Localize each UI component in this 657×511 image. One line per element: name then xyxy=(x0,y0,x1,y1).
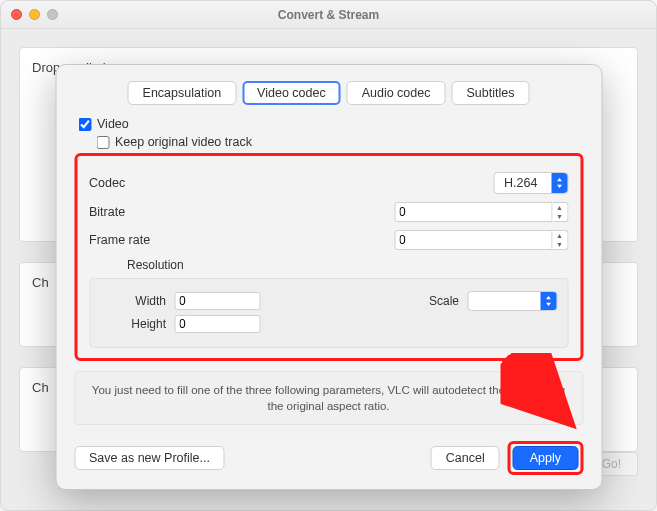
cancel-button[interactable]: Cancel xyxy=(431,446,500,470)
tab-video-codec[interactable]: Video codec xyxy=(242,81,341,105)
codec-select[interactable]: H.264 xyxy=(493,172,568,194)
highlight-box: Codec H.264 Bitrate ▲▼ Frame rate ▲▼ Res… xyxy=(74,153,583,361)
titlebar: Convert & Stream xyxy=(1,1,656,29)
bitrate-label: Bitrate xyxy=(89,205,199,219)
width-label: Width xyxy=(122,294,166,308)
bitrate-row: Bitrate ▲▼ xyxy=(89,202,568,222)
keep-original-checkbox[interactable] xyxy=(96,136,109,149)
tab-audio-codec[interactable]: Audio codec xyxy=(347,81,446,105)
save-profile-button[interactable]: Save as new Profile... xyxy=(74,446,225,470)
keep-checkbox-row[interactable]: Keep original video track xyxy=(96,135,583,149)
codec-value: H.264 xyxy=(504,176,537,190)
tab-bar: Encapsulation Video codec Audio codec Su… xyxy=(74,81,583,105)
framerate-input[interactable] xyxy=(394,230,552,250)
resolution-label: Resolution xyxy=(127,258,568,272)
framerate-row: Frame rate ▲▼ xyxy=(89,230,568,250)
apply-button[interactable]: Apply xyxy=(513,446,578,470)
height-label: Height xyxy=(122,317,166,331)
height-input[interactable] xyxy=(174,315,260,333)
scale-label: Scale xyxy=(429,294,459,308)
video-checkbox-label: Video xyxy=(97,117,129,131)
width-input[interactable] xyxy=(174,292,260,310)
video-checkbox-row[interactable]: Video xyxy=(78,117,583,131)
height-row: Height xyxy=(122,315,557,333)
framerate-label: Frame rate xyxy=(89,233,199,247)
scale-select[interactable] xyxy=(467,291,557,311)
codec-label: Codec xyxy=(89,176,199,190)
video-checkbox[interactable] xyxy=(78,118,91,131)
window-title: Convert & Stream xyxy=(1,8,656,22)
framerate-stepper[interactable]: ▲▼ xyxy=(552,230,568,250)
width-row: Width Scale xyxy=(122,291,557,311)
sheet-footer: Save as new Profile... Cancel Apply xyxy=(74,441,583,475)
bitrate-stepper[interactable]: ▲▼ xyxy=(552,202,568,222)
bitrate-input[interactable] xyxy=(394,202,552,222)
apply-highlight: Apply xyxy=(508,441,583,475)
dropdown-arrows-icon xyxy=(540,292,556,310)
dropdown-arrows-icon xyxy=(551,173,567,193)
profile-sheet: Encapsulation Video codec Audio codec Su… xyxy=(55,64,602,490)
keep-checkbox-label: Keep original video track xyxy=(115,135,252,149)
hint-text: You just need to fill one of the three f… xyxy=(74,371,583,425)
resolution-group: Width Scale Height xyxy=(89,278,568,348)
tab-encapsulation[interactable]: Encapsulation xyxy=(128,81,237,105)
tab-subtitles[interactable]: Subtitles xyxy=(451,81,529,105)
codec-row: Codec H.264 xyxy=(89,172,568,194)
